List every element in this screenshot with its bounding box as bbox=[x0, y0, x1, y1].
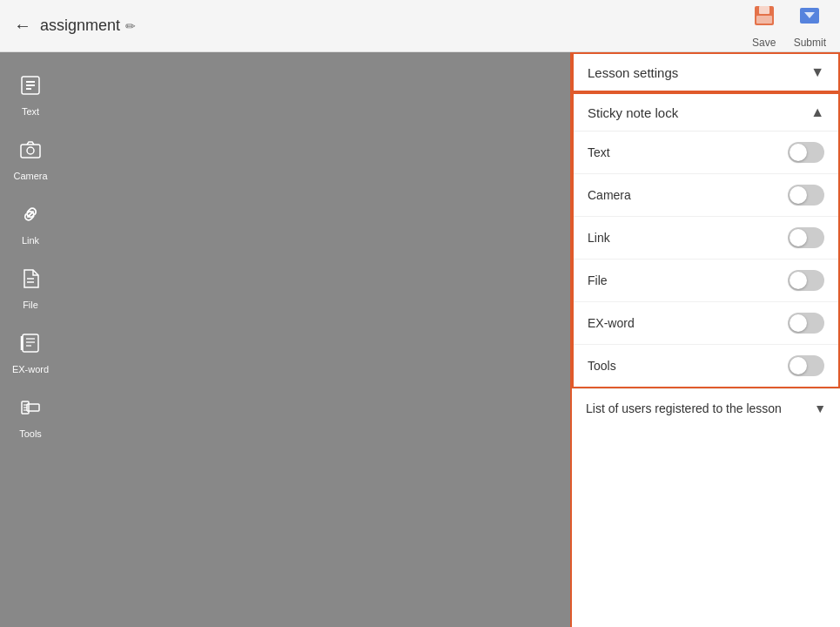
users-section-label: List of users registered to the lesson bbox=[586, 401, 782, 415]
left-sidebar: Text Camera Link bbox=[0, 52, 61, 627]
top-bar-right: Save Submit bbox=[752, 3, 826, 49]
assignment-title: assignment ✏ bbox=[40, 17, 136, 35]
lesson-settings-chevron: ▼ bbox=[810, 64, 824, 80]
toggle-tools-label: Tools bbox=[588, 359, 616, 373]
exword-icon bbox=[18, 331, 43, 361]
toggle-exword-switch[interactable] bbox=[788, 313, 824, 334]
save-button[interactable]: Save bbox=[752, 3, 776, 49]
users-section-chevron: ▼ bbox=[814, 401, 826, 415]
toggle-item-tools: Tools bbox=[574, 345, 838, 387]
users-section[interactable]: List of users registered to the lesson ▼ bbox=[572, 388, 840, 428]
toggle-item-link: Link bbox=[574, 217, 838, 260]
toggle-camera-switch[interactable] bbox=[788, 185, 824, 206]
save-label: Save bbox=[752, 37, 776, 49]
sidebar-item-file[interactable]: File bbox=[4, 260, 57, 317]
toggle-link-switch[interactable] bbox=[788, 227, 824, 248]
sidebar-tools-label: Tools bbox=[19, 428, 42, 439]
lesson-settings-label: Lesson settings bbox=[588, 65, 678, 80]
toggle-item-text: Text bbox=[574, 131, 838, 174]
toggle-link-label: Link bbox=[588, 231, 610, 245]
sidebar-item-exword[interactable]: EX-word bbox=[4, 324, 57, 381]
sidebar-item-text[interactable]: Text bbox=[4, 66, 57, 124]
sidebar-text-label: Text bbox=[22, 106, 39, 117]
sidebar-file-label: File bbox=[23, 300, 38, 310]
submit-button[interactable]: Submit bbox=[794, 3, 826, 49]
svg-rect-2 bbox=[756, 16, 772, 24]
sidebar-camera-label: Camera bbox=[13, 171, 47, 181]
save-icon bbox=[752, 3, 776, 33]
file-icon bbox=[18, 266, 43, 296]
toggle-file-switch[interactable] bbox=[788, 270, 824, 291]
toggle-text-label: Text bbox=[588, 145, 610, 159]
right-panel: Lesson settings ▼ Sticky note lock ▲ Tex… bbox=[570, 52, 840, 627]
sidebar-exword-label: EX-word bbox=[12, 364, 49, 374]
toggle-item-file: File bbox=[574, 260, 838, 302]
edit-icon[interactable]: ✏ bbox=[125, 19, 136, 33]
sidebar-item-link[interactable]: Link bbox=[4, 195, 57, 253]
sidebar-item-tools[interactable]: Tools bbox=[4, 388, 57, 446]
sidebar-item-camera[interactable]: Camera bbox=[4, 131, 57, 188]
submit-label: Submit bbox=[794, 37, 826, 49]
svg-rect-1 bbox=[759, 6, 769, 14]
top-bar: ← assignment ✏ Save Submit bbox=[0, 0, 840, 52]
lesson-settings-header[interactable]: Lesson settings ▼ bbox=[572, 52, 840, 92]
submit-icon bbox=[797, 3, 822, 33]
canvas-area bbox=[61, 52, 570, 627]
text-icon bbox=[18, 73, 43, 103]
main-area: Text Camera Link bbox=[0, 52, 840, 627]
tools-icon bbox=[18, 395, 43, 425]
svg-point-10 bbox=[27, 147, 34, 154]
sticky-note-label: Sticky note lock bbox=[588, 105, 678, 120]
back-button[interactable]: ← bbox=[14, 16, 31, 36]
top-bar-left: ← assignment ✏ bbox=[14, 16, 136, 36]
toggle-item-exword: EX-word bbox=[574, 302, 838, 345]
svg-rect-13 bbox=[23, 334, 38, 352]
sidebar-link-label: Link bbox=[22, 235, 39, 246]
toggle-text-switch[interactable] bbox=[788, 142, 824, 163]
link-icon bbox=[18, 202, 43, 232]
toggle-tools-switch[interactable] bbox=[788, 355, 824, 376]
toggle-list: Text Camera Link File EX-word bbox=[574, 131, 838, 387]
sticky-note-header[interactable]: Sticky note lock ▲ bbox=[574, 94, 838, 131]
sticky-note-chevron: ▲ bbox=[810, 104, 824, 120]
toggle-camera-label: Camera bbox=[588, 188, 631, 202]
toggle-item-camera: Camera bbox=[574, 174, 838, 217]
camera-icon bbox=[18, 138, 43, 167]
title-text: assignment bbox=[40, 17, 120, 35]
sticky-note-section: Sticky note lock ▲ Text Camera Link F bbox=[572, 92, 840, 388]
toggle-exword-label: EX-word bbox=[588, 316, 635, 330]
toggle-file-label: File bbox=[588, 273, 608, 287]
